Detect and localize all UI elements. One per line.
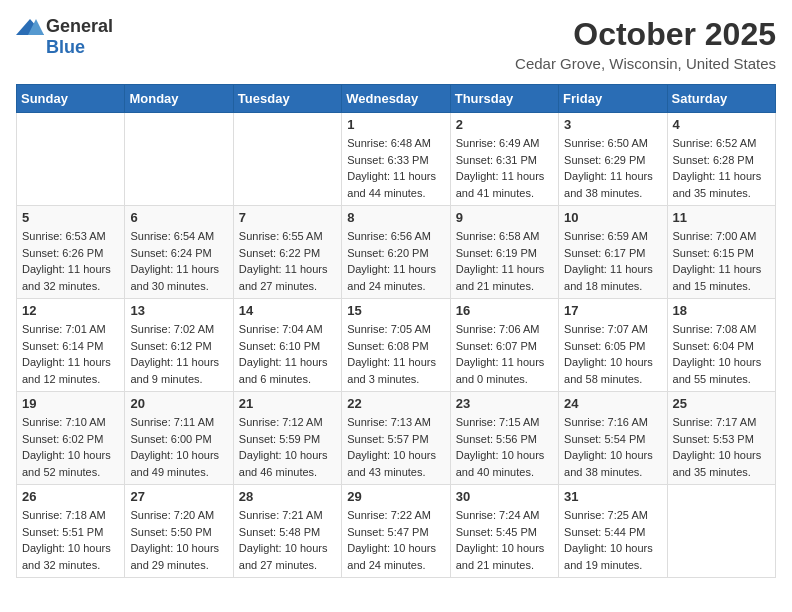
calendar-cell: 6Sunrise: 6:54 AM Sunset: 6:24 PM Daylig… xyxy=(125,206,233,299)
day-info: Sunrise: 6:49 AM Sunset: 6:31 PM Dayligh… xyxy=(456,135,553,201)
day-number: 27 xyxy=(130,489,227,504)
calendar-cell: 12Sunrise: 7:01 AM Sunset: 6:14 PM Dayli… xyxy=(17,299,125,392)
calendar-cell: 22Sunrise: 7:13 AM Sunset: 5:57 PM Dayli… xyxy=(342,392,450,485)
day-info: Sunrise: 6:54 AM Sunset: 6:24 PM Dayligh… xyxy=(130,228,227,294)
day-number: 21 xyxy=(239,396,336,411)
calendar-cell: 14Sunrise: 7:04 AM Sunset: 6:10 PM Dayli… xyxy=(233,299,341,392)
calendar-cell: 20Sunrise: 7:11 AM Sunset: 6:00 PM Dayli… xyxy=(125,392,233,485)
calendar-week-row: 5Sunrise: 6:53 AM Sunset: 6:26 PM Daylig… xyxy=(17,206,776,299)
day-number: 12 xyxy=(22,303,119,318)
day-info: Sunrise: 7:25 AM Sunset: 5:44 PM Dayligh… xyxy=(564,507,661,573)
calendar-cell: 21Sunrise: 7:12 AM Sunset: 5:59 PM Dayli… xyxy=(233,392,341,485)
month-title: October 2025 xyxy=(515,16,776,53)
calendar-cell: 29Sunrise: 7:22 AM Sunset: 5:47 PM Dayli… xyxy=(342,485,450,578)
calendar-week-row: 26Sunrise: 7:18 AM Sunset: 5:51 PM Dayli… xyxy=(17,485,776,578)
logo-icon xyxy=(16,17,44,37)
calendar-cell: 9Sunrise: 6:58 AM Sunset: 6:19 PM Daylig… xyxy=(450,206,558,299)
day-header-monday: Monday xyxy=(125,85,233,113)
calendar-cell: 25Sunrise: 7:17 AM Sunset: 5:53 PM Dayli… xyxy=(667,392,775,485)
day-info: Sunrise: 7:16 AM Sunset: 5:54 PM Dayligh… xyxy=(564,414,661,480)
day-header-saturday: Saturday xyxy=(667,85,775,113)
day-header-friday: Friday xyxy=(559,85,667,113)
day-number: 1 xyxy=(347,117,444,132)
day-header-wednesday: Wednesday xyxy=(342,85,450,113)
calendar-cell: 18Sunrise: 7:08 AM Sunset: 6:04 PM Dayli… xyxy=(667,299,775,392)
day-info: Sunrise: 7:18 AM Sunset: 5:51 PM Dayligh… xyxy=(22,507,119,573)
day-info: Sunrise: 7:10 AM Sunset: 6:02 PM Dayligh… xyxy=(22,414,119,480)
day-number: 25 xyxy=(673,396,770,411)
day-number: 8 xyxy=(347,210,444,225)
day-info: Sunrise: 7:24 AM Sunset: 5:45 PM Dayligh… xyxy=(456,507,553,573)
day-info: Sunrise: 7:01 AM Sunset: 6:14 PM Dayligh… xyxy=(22,321,119,387)
calendar-cell: 23Sunrise: 7:15 AM Sunset: 5:56 PM Dayli… xyxy=(450,392,558,485)
day-info: Sunrise: 7:04 AM Sunset: 6:10 PM Dayligh… xyxy=(239,321,336,387)
calendar-cell: 26Sunrise: 7:18 AM Sunset: 5:51 PM Dayli… xyxy=(17,485,125,578)
day-info: Sunrise: 7:12 AM Sunset: 5:59 PM Dayligh… xyxy=(239,414,336,480)
day-header-sunday: Sunday xyxy=(17,85,125,113)
calendar-cell: 3Sunrise: 6:50 AM Sunset: 6:29 PM Daylig… xyxy=(559,113,667,206)
calendar-cell: 17Sunrise: 7:07 AM Sunset: 6:05 PM Dayli… xyxy=(559,299,667,392)
calendar-cell: 16Sunrise: 7:06 AM Sunset: 6:07 PM Dayli… xyxy=(450,299,558,392)
day-info: Sunrise: 7:20 AM Sunset: 5:50 PM Dayligh… xyxy=(130,507,227,573)
day-number: 26 xyxy=(22,489,119,504)
calendar-cell: 8Sunrise: 6:56 AM Sunset: 6:20 PM Daylig… xyxy=(342,206,450,299)
day-number: 24 xyxy=(564,396,661,411)
page-header: General Blue October 2025 Cedar Grove, W… xyxy=(16,16,776,72)
day-number: 3 xyxy=(564,117,661,132)
calendar-cell: 1Sunrise: 6:48 AM Sunset: 6:33 PM Daylig… xyxy=(342,113,450,206)
calendar-cell: 10Sunrise: 6:59 AM Sunset: 6:17 PM Dayli… xyxy=(559,206,667,299)
day-info: Sunrise: 7:02 AM Sunset: 6:12 PM Dayligh… xyxy=(130,321,227,387)
day-number: 5 xyxy=(22,210,119,225)
calendar-cell xyxy=(17,113,125,206)
logo-general: General xyxy=(46,16,113,37)
day-number: 15 xyxy=(347,303,444,318)
day-number: 30 xyxy=(456,489,553,504)
calendar-cell: 28Sunrise: 7:21 AM Sunset: 5:48 PM Dayli… xyxy=(233,485,341,578)
day-info: Sunrise: 7:11 AM Sunset: 6:00 PM Dayligh… xyxy=(130,414,227,480)
calendar-header-row: SundayMondayTuesdayWednesdayThursdayFrid… xyxy=(17,85,776,113)
day-info: Sunrise: 6:48 AM Sunset: 6:33 PM Dayligh… xyxy=(347,135,444,201)
day-info: Sunrise: 7:08 AM Sunset: 6:04 PM Dayligh… xyxy=(673,321,770,387)
calendar-table: SundayMondayTuesdayWednesdayThursdayFrid… xyxy=(16,84,776,578)
day-info: Sunrise: 7:15 AM Sunset: 5:56 PM Dayligh… xyxy=(456,414,553,480)
calendar-week-row: 19Sunrise: 7:10 AM Sunset: 6:02 PM Dayli… xyxy=(17,392,776,485)
calendar-cell xyxy=(233,113,341,206)
day-number: 9 xyxy=(456,210,553,225)
logo-blue: Blue xyxy=(46,37,85,58)
day-header-tuesday: Tuesday xyxy=(233,85,341,113)
day-header-thursday: Thursday xyxy=(450,85,558,113)
calendar-week-row: 1Sunrise: 6:48 AM Sunset: 6:33 PM Daylig… xyxy=(17,113,776,206)
day-info: Sunrise: 6:53 AM Sunset: 6:26 PM Dayligh… xyxy=(22,228,119,294)
day-number: 22 xyxy=(347,396,444,411)
calendar-cell: 27Sunrise: 7:20 AM Sunset: 5:50 PM Dayli… xyxy=(125,485,233,578)
calendar-cell: 19Sunrise: 7:10 AM Sunset: 6:02 PM Dayli… xyxy=(17,392,125,485)
logo: General Blue xyxy=(16,16,113,58)
day-number: 4 xyxy=(673,117,770,132)
day-info: Sunrise: 7:13 AM Sunset: 5:57 PM Dayligh… xyxy=(347,414,444,480)
day-info: Sunrise: 6:55 AM Sunset: 6:22 PM Dayligh… xyxy=(239,228,336,294)
calendar-cell: 5Sunrise: 6:53 AM Sunset: 6:26 PM Daylig… xyxy=(17,206,125,299)
day-number: 2 xyxy=(456,117,553,132)
day-number: 18 xyxy=(673,303,770,318)
day-number: 28 xyxy=(239,489,336,504)
calendar-cell: 13Sunrise: 7:02 AM Sunset: 6:12 PM Dayli… xyxy=(125,299,233,392)
calendar-cell: 30Sunrise: 7:24 AM Sunset: 5:45 PM Dayli… xyxy=(450,485,558,578)
day-number: 20 xyxy=(130,396,227,411)
day-info: Sunrise: 7:07 AM Sunset: 6:05 PM Dayligh… xyxy=(564,321,661,387)
title-area: October 2025 Cedar Grove, Wisconsin, Uni… xyxy=(515,16,776,72)
day-number: 29 xyxy=(347,489,444,504)
day-info: Sunrise: 6:58 AM Sunset: 6:19 PM Dayligh… xyxy=(456,228,553,294)
day-info: Sunrise: 7:05 AM Sunset: 6:08 PM Dayligh… xyxy=(347,321,444,387)
day-number: 19 xyxy=(22,396,119,411)
day-info: Sunrise: 7:06 AM Sunset: 6:07 PM Dayligh… xyxy=(456,321,553,387)
day-number: 10 xyxy=(564,210,661,225)
calendar-week-row: 12Sunrise: 7:01 AM Sunset: 6:14 PM Dayli… xyxy=(17,299,776,392)
calendar-cell: 31Sunrise: 7:25 AM Sunset: 5:44 PM Dayli… xyxy=(559,485,667,578)
day-number: 17 xyxy=(564,303,661,318)
day-number: 6 xyxy=(130,210,227,225)
day-info: Sunrise: 7:00 AM Sunset: 6:15 PM Dayligh… xyxy=(673,228,770,294)
day-number: 14 xyxy=(239,303,336,318)
day-info: Sunrise: 7:22 AM Sunset: 5:47 PM Dayligh… xyxy=(347,507,444,573)
day-number: 13 xyxy=(130,303,227,318)
day-number: 23 xyxy=(456,396,553,411)
